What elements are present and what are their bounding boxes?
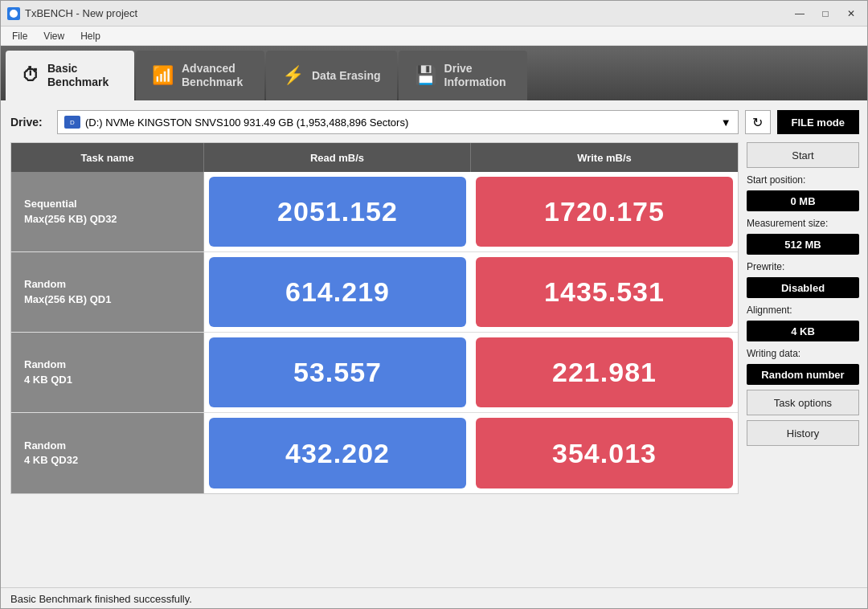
status-text: Basic Benchmark finished successfully. — [10, 593, 192, 605]
task-name-0: SequentialMax(256 KB) QD32 — [11, 172, 204, 251]
tab-advanced[interactable]: 📶 AdvancedBenchmark — [136, 51, 264, 100]
tab-erasing-label: Data Erasing — [312, 69, 381, 83]
chevron-down-icon: ▼ — [721, 116, 731, 129]
write-value-1: 1435.531 — [476, 257, 733, 327]
col-write: Write mB/s — [471, 143, 738, 172]
drive-device-icon: D — [64, 116, 80, 129]
svg-point-0 — [10, 10, 18, 18]
menu-help[interactable]: Help — [72, 29, 108, 43]
menu-view[interactable]: View — [35, 29, 72, 43]
measurement-size-value: 512 MB — [747, 234, 859, 255]
start-position-label: Start position: — [747, 174, 859, 186]
tab-erasing[interactable]: ⚡ Data Erasing — [266, 51, 397, 100]
read-value-1: 614.219 — [209, 257, 466, 327]
menu-file[interactable]: File — [4, 29, 35, 43]
prewrite-label: Prewrite: — [747, 261, 859, 272]
tab-advanced-label: AdvancedBenchmark — [182, 62, 243, 89]
title-bar: TxBENCH - New project — □ ✕ — [1, 1, 868, 27]
refresh-drive-button[interactable]: ↻ — [745, 110, 771, 134]
basic-benchmark-icon: ⏱ — [22, 67, 39, 84]
benchmark-table: Task name Read mB/s Write mB/s Sequentia… — [10, 142, 739, 494]
status-bar: Basic Benchmark finished successfully. — [1, 587, 868, 609]
col-read: Read mB/s — [204, 143, 471, 172]
table-row: SequentialMax(256 KB) QD32 2051.152 1720… — [11, 172, 738, 252]
table-row: Random4 KB QD32 432.202 354.013 — [11, 413, 738, 493]
table-header: Task name Read mB/s Write mB/s — [11, 143, 738, 172]
write-value-3: 354.013 — [476, 418, 733, 488]
task-options-button[interactable]: Task options — [747, 390, 859, 415]
start-position-value: 0 MB — [747, 190, 859, 211]
tab-drive-info-label: DriveInformation — [444, 62, 506, 89]
tab-basic[interactable]: ⏱ BasicBenchmark — [6, 51, 134, 100]
col-task-name: Task name — [11, 143, 204, 172]
tab-drive-info[interactable]: 💾 DriveInformation — [399, 51, 527, 100]
drive-select[interactable]: D (D:) NVMe KINGSTON SNVS100 931.49 GB (… — [57, 110, 739, 134]
writing-data-label: Writing data: — [747, 348, 859, 359]
file-mode-button[interactable]: FILE mode — [777, 110, 859, 134]
alignment-value: 4 KB — [747, 321, 859, 341]
alignment-label: Alignment: — [747, 304, 859, 316]
write-value-2: 221.981 — [476, 337, 733, 407]
writing-data-value: Random number — [747, 364, 859, 385]
drive-row: Drive: D (D:) NVMe KINGSTON SNVS100 931.… — [10, 108, 859, 136]
drive-label: Drive: — [10, 116, 51, 129]
task-name-1: RandomMax(256 KB) QD1 — [11, 252, 204, 332]
main-layout: Task name Read mB/s Write mB/s Sequentia… — [10, 142, 859, 494]
read-value-0: 2051.152 — [209, 177, 466, 247]
read-value-3: 432.202 — [209, 418, 466, 488]
content-area: Drive: D (D:) NVMe KINGSTON SNVS100 931.… — [1, 100, 868, 502]
advanced-benchmark-icon: 📶 — [152, 67, 174, 84]
data-erasing-icon: ⚡ — [282, 67, 304, 84]
prewrite-value: Disabled — [747, 277, 859, 298]
maximize-button[interactable]: □ — [814, 6, 837, 22]
measurement-size-label: Measurement size: — [747, 218, 859, 229]
start-button[interactable]: Start — [747, 142, 859, 168]
drive-select-text: (D:) NVMe KINGSTON SNVS100 931.49 GB (1,… — [85, 116, 408, 129]
side-panel: Start Start position: 0 MB Measurement s… — [747, 142, 859, 494]
app-icon — [7, 7, 20, 20]
tab-bar: ⏱ BasicBenchmark 📶 AdvancedBenchmark ⚡ D… — [1, 46, 868, 100]
drive-info-icon: 💾 — [415, 67, 436, 84]
table-row: Random4 KB QD1 53.557 221.981 — [11, 333, 738, 413]
window-title: TxBENCH - New project — [25, 7, 137, 19]
read-value-2: 53.557 — [209, 337, 466, 407]
write-value-0: 1720.175 — [476, 177, 733, 247]
task-name-3: Random4 KB QD32 — [11, 413, 204, 493]
minimize-button[interactable]: — — [788, 6, 811, 22]
tab-basic-label: BasicBenchmark — [47, 62, 108, 89]
table-row: RandomMax(256 KB) QD1 614.219 1435.531 — [11, 252, 738, 333]
history-button[interactable]: History — [747, 420, 859, 446]
close-button[interactable]: ✕ — [840, 6, 862, 22]
task-name-2: Random4 KB QD1 — [11, 333, 204, 412]
menu-bar: File View Help — [1, 27, 868, 46]
